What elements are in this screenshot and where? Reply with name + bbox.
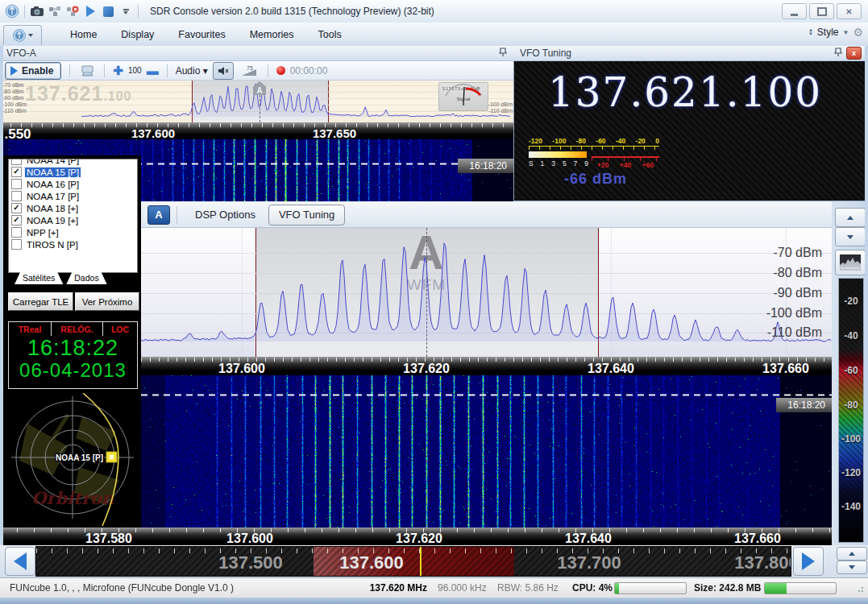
- s-meter: -120-100-80-60-40-200 S13579 +20+40+60: [529, 137, 659, 168]
- maximize-button[interactable]: [809, 3, 834, 19]
- satellite-row[interactable]: ✓NOAA 15 [P]: [9, 166, 137, 178]
- shift-left-button[interactable]: [5, 547, 35, 576]
- load-tle-button[interactable]: Carregar TLE: [8, 292, 73, 311]
- satellite-row[interactable]: TIROS N [P]: [9, 238, 137, 250]
- checkbox[interactable]: ✓: [11, 203, 22, 213]
- main-waterfall[interactable]: 16:18:20: [141, 375, 832, 527]
- vfo-a-spectrum[interactable]: 137.621.100 -70 dBm-80 dBm-90 dBm-100 dB…: [0, 81, 514, 122]
- tuned-frequency-readout[interactable]: 137.621.100: [524, 69, 846, 116]
- clock-date: 06-04-2013: [9, 359, 137, 382]
- navigator-track[interactable]: 137.500137.600137.700137.800: [35, 546, 791, 577]
- satellite-list[interactable]: NOAA 14 [P]✓NOAA 15 [P]NOAA 16 [P]NOAA 1…: [8, 159, 138, 273]
- connect-icon[interactable]: [47, 3, 63, 19]
- nav-down-button[interactable]: [837, 561, 867, 574]
- waterfall-frequency-axis[interactable]: 137.580137.600137.620137.640137.660: [0, 527, 832, 545]
- checkbox[interactable]: ✓: [11, 167, 22, 177]
- satellite-row[interactable]: NOAA 14 [P]: [9, 159, 137, 166]
- spectrum-trace: [141, 228, 832, 357]
- spectrum-view-button[interactable]: [835, 250, 866, 275]
- tab-satellites[interactable]: Satélites: [15, 272, 63, 284]
- gauge-label: Signal: [457, 97, 471, 101]
- tab-display[interactable]: Display: [109, 25, 166, 44]
- satellite-row[interactable]: NOAA 17 [P]: [9, 190, 137, 202]
- tab-dados[interactable]: Dados: [66, 272, 106, 284]
- record-screen-icon[interactable]: [29, 3, 45, 19]
- waterfall-colorbar[interactable]: -20-40-60-80-100-120-140: [838, 278, 864, 543]
- status-frequency: 137.620 MHz: [355, 582, 427, 594]
- checkbox[interactable]: [11, 179, 22, 189]
- scroll-up-button[interactable]: [835, 208, 866, 227]
- checkbox[interactable]: [11, 227, 22, 238]
- tab-memories[interactable]: Memories: [238, 25, 306, 44]
- status-bandwidth: 96.000 kHz: [438, 582, 487, 594]
- close-panel-button[interactable]: x: [846, 47, 862, 60]
- resize-grip[interactable]: [858, 585, 866, 593]
- satellite-label: TIROS N [P]: [25, 240, 80, 250]
- satellite-label: NOAA 15 [P]: [25, 168, 81, 177]
- dbm-scale-label: -80 dBm: [774, 266, 822, 280]
- record-button[interactable]: [276, 66, 285, 75]
- dbm-scale-label: -70 dBm: [774, 246, 822, 260]
- view-next-button[interactable]: Ver Próximo: [75, 292, 139, 311]
- enable-button[interactable]: Enable: [5, 62, 61, 80]
- vfo-tuning-button[interactable]: VFO Tuning: [268, 205, 345, 225]
- satellite-row[interactable]: ✓NOAA 19 [+]: [9, 214, 137, 226]
- main-spectrum[interactable]: A WFM -70 dBm-80 dBm-90 dBm-100 dBm-110 …: [141, 228, 832, 357]
- gain-minus-button[interactable]: ▬: [147, 64, 159, 77]
- satellite-radar[interactable]: Orbitron NOAA 15 [P]: [5, 393, 139, 526]
- satellite-sidebar: NOAA 14 [P]✓NOAA 15 [P]NOAA 16 [P]NOAA 1…: [3, 155, 141, 527]
- vfo-a-tab-button[interactable]: A: [147, 205, 170, 225]
- volume-icon[interactable]: 75: [239, 63, 259, 79]
- clock-mode-loc[interactable]: LOC: [103, 325, 137, 334]
- navigator-band-label: 137.700: [557, 552, 621, 573]
- frequency-tick-label: 137.640: [565, 532, 612, 546]
- frequency-tick-label: 137.580: [85, 532, 132, 546]
- dsp-options-button[interactable]: DSP Options: [195, 209, 255, 221]
- gain-plus-button[interactable]: ✚: [113, 64, 123, 78]
- clock-time: 16:18:22: [9, 337, 137, 359]
- smeter-red-label: +60: [642, 161, 654, 169]
- checkbox[interactable]: ✓: [11, 215, 22, 225]
- frequency-tick-label: 137.660: [734, 532, 781, 546]
- toolbar-options-icon[interactable]: [118, 3, 134, 19]
- svg-text:75: 75: [247, 65, 253, 71]
- colorbar-label: -20: [839, 296, 863, 307]
- checkbox[interactable]: [11, 239, 22, 250]
- tuning-center-line: [260, 95, 260, 122]
- spin-arrows-icon[interactable]: ▲▼: [808, 28, 813, 36]
- disconnect-icon[interactable]: [64, 3, 81, 19]
- nav-up-button[interactable]: [837, 547, 867, 561]
- tab-favourites[interactable]: Favourites: [166, 25, 237, 44]
- shift-right-button[interactable]: [793, 547, 824, 576]
- vfo-a-title: VFO-A: [6, 48, 36, 59]
- satellite-row[interactable]: NOAA 16 [P]: [9, 178, 137, 190]
- smeter-top-label: 0: [655, 137, 659, 145]
- tab-home[interactable]: Home: [58, 25, 109, 44]
- tab-tools[interactable]: Tools: [306, 25, 354, 44]
- frequency-tick-label: 137.640: [588, 362, 634, 376]
- main-frequency-axis[interactable]: 137.600137.620137.640137.660: [141, 357, 832, 375]
- satellite-row[interactable]: ✓NOAA 18 [+]: [9, 202, 137, 214]
- pin-icon[interactable]: [499, 48, 507, 60]
- style-dropdown-icon[interactable]: ▼: [843, 29, 849, 36]
- app-icon[interactable]: [4, 3, 20, 19]
- gear-icon[interactable]: ⚙: [853, 26, 863, 39]
- checkbox[interactable]: [11, 159, 22, 165]
- pin-icon[interactable]: [834, 48, 842, 60]
- device-status: FUNcube 1.0, , , Microfone (FUNcube Dong…: [10, 582, 234, 594]
- minimize-button[interactable]: [782, 3, 807, 19]
- scroll-down-button[interactable]: [835, 227, 866, 246]
- stop-icon[interactable]: [100, 3, 116, 19]
- checkbox[interactable]: [11, 191, 22, 201]
- application-menu-button[interactable]: [3, 25, 42, 45]
- style-label[interactable]: Style: [817, 27, 839, 38]
- mute-button[interactable]: [213, 62, 234, 80]
- clock-mode-treal[interactable]: TReal: [9, 325, 51, 334]
- vfo-a-frequency-axis[interactable]: .550137.600137.650: [0, 122, 513, 139]
- clock-mode-relog[interactable]: RELÓG.: [52, 325, 102, 334]
- satellite-row[interactable]: NPP [+]: [9, 226, 137, 238]
- if-display-icon[interactable]: [79, 63, 95, 79]
- close-button[interactable]: ✕: [837, 3, 862, 19]
- start-icon[interactable]: [82, 3, 98, 19]
- audio-dropdown[interactable]: Audio ▾: [176, 65, 208, 77]
